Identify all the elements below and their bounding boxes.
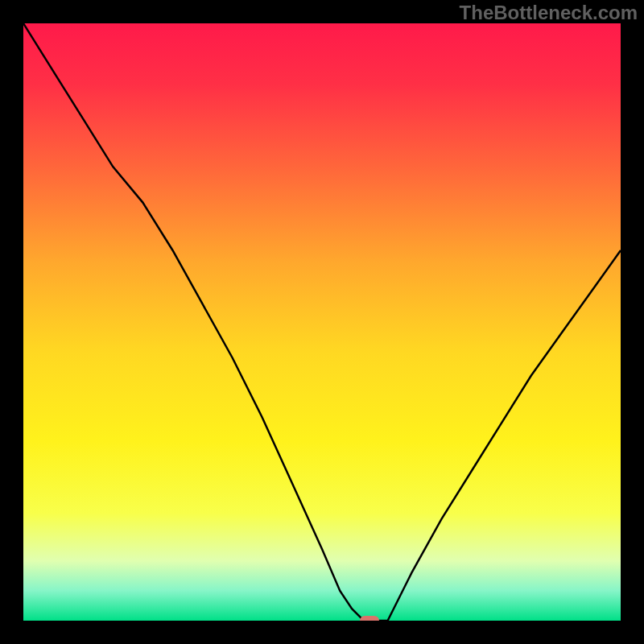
watermark-text: TheBottleneck.com bbox=[460, 2, 638, 24]
bottleneck-marker bbox=[360, 616, 379, 621]
bottleneck-chart: TheBottleneck.com bbox=[0, 0, 644, 644]
curve-layer bbox=[23, 23, 621, 621]
bottleneck-curve bbox=[23, 23, 621, 621]
plot-area bbox=[23, 23, 621, 621]
